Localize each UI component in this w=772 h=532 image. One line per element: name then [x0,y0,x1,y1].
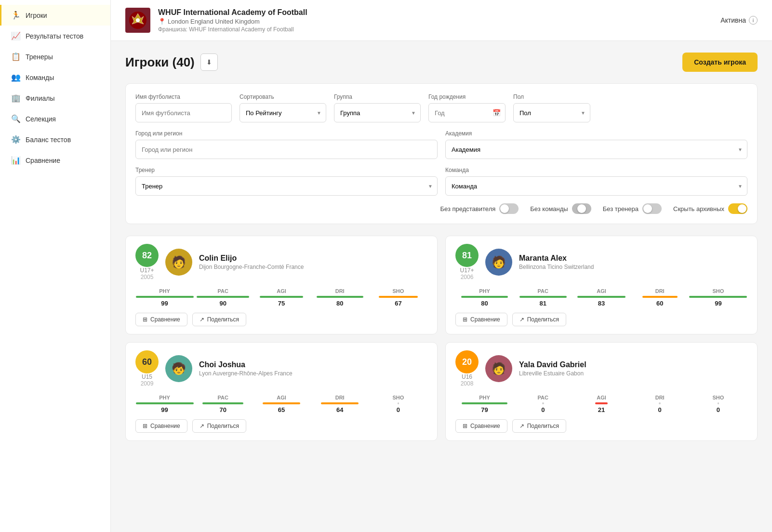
share-button[interactable]: ↗ Поделиться [512,313,566,326]
stat-dri: DRI 0 [631,395,689,413]
filter-year-group: Год рождения 📅 [428,93,506,122]
sidebar-item-test-balance[interactable]: ⚙️ Баланс тестов [0,129,110,150]
stat-dri: DRI 60 [631,288,689,307]
toggle-no-rep-switch[interactable] [499,203,519,214]
birth-year: 2009 [141,380,154,387]
toggle-no-coach-switch[interactable] [642,203,662,214]
sidebar-item-teams[interactable]: 👥 Команды [0,67,110,88]
player-card-2: 81 U17+ 2006 🧑 Maranta Alex Bellinzona T… [445,236,758,334]
sidebar-item-comparison[interactable]: 📊 Сравнение [0,150,110,171]
sidebar-label-affiliates: Филиалы [26,94,54,102]
page-title: Игроки (40) [125,55,195,70]
card-actions: ⊞ Сравнение ↗ Поделиться [455,313,747,326]
age-group: U15 [142,373,152,380]
page-header: WHUF International Academy of Football 📍… [111,0,772,41]
academy-select[interactable]: Академия [445,140,747,159]
filter-team-group: Команда Команда ▼ [445,167,747,196]
birth-year: 2006 [461,274,474,280]
players-grid: 82 U17+ 2005 🧑 Colin Elijo Dijon Bourgog… [125,236,758,441]
stats-row: PHY 80 PAC 81 AGI 83 DRI 60 SHO 99 [455,288,747,307]
sidebar-item-affiliates[interactable]: 🏢 Филиалы [0,88,110,108]
filter-academy-group: Академия Академия ▼ [445,130,747,159]
sidebar-label-selection: Селекция [26,115,56,123]
toggle-hide-archive-switch[interactable] [728,203,747,214]
filter-section: Имя футболиста Сортировать По Рейтингу ▼… [125,83,758,224]
filter-city-group: Город или регион [135,130,438,159]
player-info: Colin Elijo Dijon Bourgogne-Franche-Comt… [199,254,304,270]
sidebar-label-comparison: Сравнение [26,157,60,164]
card-top: 20 U16 2008 🧑 Yala David Gabriel Librevi… [455,350,747,387]
player-avatar: 🧑 [485,355,512,382]
sort-select[interactable]: По Рейтингу [240,103,326,122]
player-avatar: 🧑 [165,249,192,276]
compare-button[interactable]: ⊞ Сравнение [135,313,187,326]
rating-badge: 60 [135,350,159,373]
card-top: 81 U17+ 2006 🧑 Maranta Alex Bellinzona T… [455,244,747,280]
share-icon: ↗ [519,316,524,323]
compare-button[interactable]: ⊞ Сравнение [135,419,187,433]
academy-select-wrap: Академия ▼ [445,140,747,159]
club-details: WHUF International Academy of Football 📍… [158,8,307,33]
filter-gender-label: Пол [513,93,590,100]
player-location: Libreville Estuaire Gabon [519,370,586,377]
toggle-no-coach-label: Без тренера [603,205,639,213]
player-avatar: 🧑 [485,249,512,276]
stat-sho: SHO 67 [369,288,427,307]
club-name: WHUF International Academy of Football [158,8,307,17]
group-select[interactable]: Группа [334,103,421,122]
player-location: Lyon Auvergne-Rhône-Alpes France [199,370,293,377]
toggle-no-team-switch[interactable] [572,203,591,214]
create-player-button[interactable]: Создать игрока [682,53,758,72]
toggle-no-team-knob [577,204,586,213]
compare-button[interactable]: ⊞ Сравнение [455,419,507,433]
card-actions: ⊞ Сравнение ↗ Поделиться [135,313,427,326]
share-button[interactable]: ↗ Поделиться [512,419,566,433]
gender-select[interactable]: Пол [513,103,590,122]
team-select[interactable]: Команда [445,176,747,196]
sidebar-item-selection[interactable]: 🔍 Селекция [0,108,110,129]
status-info-icon[interactable]: i [749,16,758,25]
toggle-no-rep: Без представителя [440,203,519,214]
stat-phy: PHY 99 [135,395,194,413]
stat-pac: PAC 81 [514,288,572,307]
club-franchise: Франшиза: WHUF International Academy of … [158,26,307,33]
player-name-input[interactable] [135,103,232,122]
coach-select[interactable]: Тренер [135,176,438,196]
main-area: WHUF International Academy of Football 📍… [111,0,772,532]
sidebar-label-test-balance: Баланс тестов [26,136,71,144]
sidebar: 🏃 Игроки 📈 Результаты тестов 📋 Тренеры 👥… [0,0,111,532]
compare-button[interactable]: ⊞ Сравнение [455,313,507,326]
stat-agi: AGI 75 [252,288,310,307]
affiliates-icon: 🏢 [11,93,21,103]
sidebar-item-players[interactable]: 🏃 Игроки [0,5,110,26]
selection-icon: 🔍 [11,114,21,123]
stat-sho: SHO 99 [689,288,747,307]
year-input[interactable] [428,103,506,122]
share-button[interactable]: ↗ Поделиться [192,419,246,433]
share-icon: ↗ [200,316,204,323]
title-wrap: Игроки (40) ⬇ [125,53,218,71]
sidebar-item-test-results[interactable]: 📈 Результаты тестов [0,26,110,46]
club-info-section: WHUF International Academy of Football 📍… [125,8,307,33]
city-input[interactable] [135,140,438,159]
player-name: Choi Joshua [199,360,293,369]
share-button[interactable]: ↗ Поделиться [192,313,246,326]
sidebar-item-coaches[interactable]: 📋 Тренеры [0,46,110,67]
sidebar-label-test-results: Результаты тестов [26,32,83,40]
toggle-no-rep-label: Без представителя [440,205,495,213]
age-group: U17+ [460,267,474,274]
filter-gender-group: Пол Пол ▼ [513,93,590,122]
teams-icon: 👥 [11,73,21,82]
stat-agi: AGI 65 [252,395,310,413]
age-group: U17+ [140,267,154,274]
sort-select-wrap: По Рейтингу ▼ [240,103,326,122]
compare-icon: ⊞ [143,423,147,429]
stat-phy: PHY 79 [455,395,514,413]
compare-icon: ⊞ [143,316,147,323]
rating-badge: 82 [135,244,159,267]
filter-sort-group: Сортировать По Рейтингу ▼ [240,93,326,122]
players-icon: 🏃 [11,11,21,20]
download-button[interactable]: ⬇ [200,53,218,71]
stats-row: PHY 99 PAC 70 AGI 65 DRI 64 SHO 0 [135,395,427,413]
card-actions: ⊞ Сравнение ↗ Поделиться [135,419,427,433]
